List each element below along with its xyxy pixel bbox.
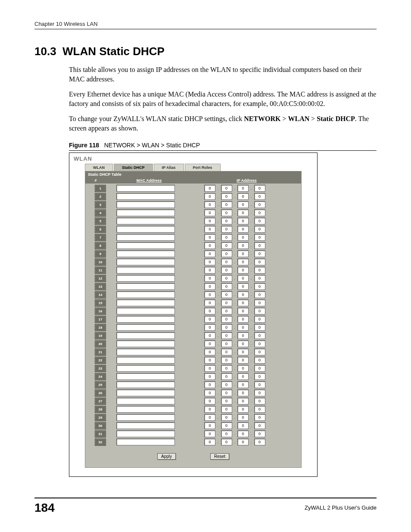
ip-octet-input[interactable] [254, 250, 265, 257]
ip-octet-input[interactable] [254, 340, 265, 347]
ip-octet-input[interactable] [221, 258, 232, 265]
mac-address-input[interactable] [116, 185, 175, 192]
ip-octet-input[interactable] [237, 316, 249, 323]
ip-octet-input[interactable] [204, 185, 215, 192]
ip-octet-input[interactable] [221, 299, 232, 306]
ip-octet-input[interactable] [254, 226, 265, 233]
ip-octet-input[interactable] [237, 398, 249, 404]
ip-octet-input[interactable] [237, 291, 249, 298]
mac-address-input[interactable] [116, 258, 175, 265]
mac-address-input[interactable] [116, 340, 175, 347]
ip-octet-input[interactable] [254, 414, 265, 421]
mac-address-input[interactable] [116, 398, 175, 404]
ip-octet-input[interactable] [254, 258, 265, 265]
mac-address-input[interactable] [116, 308, 175, 314]
mac-address-input[interactable] [116, 357, 175, 364]
ip-octet-input[interactable] [221, 430, 232, 437]
ip-octet-input[interactable] [221, 201, 232, 208]
ip-octet-input[interactable] [221, 406, 232, 413]
ip-octet-input[interactable] [204, 299, 215, 306]
ip-octet-input[interactable] [254, 430, 265, 437]
ip-octet-input[interactable] [204, 324, 215, 331]
ip-octet-input[interactable] [204, 332, 215, 339]
ip-octet-input[interactable] [254, 365, 265, 372]
ip-octet-input[interactable] [254, 439, 265, 445]
ip-octet-input[interactable] [254, 193, 265, 200]
ip-octet-input[interactable] [204, 234, 215, 241]
mac-address-input[interactable] [116, 201, 175, 208]
ip-octet-input[interactable] [221, 291, 232, 298]
ip-octet-input[interactable] [237, 218, 249, 224]
ip-octet-input[interactable] [221, 193, 232, 200]
ip-octet-input[interactable] [221, 365, 232, 372]
ip-octet-input[interactable] [221, 283, 232, 290]
ip-octet-input[interactable] [254, 283, 265, 290]
ip-octet-input[interactable] [237, 234, 249, 241]
ip-octet-input[interactable] [237, 242, 249, 249]
ip-octet-input[interactable] [204, 316, 215, 323]
ip-octet-input[interactable] [254, 275, 265, 282]
ip-octet-input[interactable] [204, 193, 215, 200]
ip-octet-input[interactable] [237, 250, 249, 257]
ip-octet-input[interactable] [254, 201, 265, 208]
ip-octet-input[interactable] [221, 340, 232, 347]
ip-octet-input[interactable] [221, 234, 232, 241]
ip-octet-input[interactable] [221, 209, 232, 216]
ip-octet-input[interactable] [204, 209, 215, 216]
ip-octet-input[interactable] [221, 439, 232, 445]
ip-octet-input[interactable] [221, 414, 232, 421]
ip-octet-input[interactable] [237, 308, 249, 314]
ip-octet-input[interactable] [204, 348, 215, 355]
mac-address-input[interactable] [116, 193, 175, 200]
apply-button[interactable]: Apply [157, 453, 176, 460]
ip-octet-input[interactable] [254, 242, 265, 249]
ip-octet-input[interactable] [204, 365, 215, 372]
mac-address-input[interactable] [116, 439, 175, 445]
ip-octet-input[interactable] [237, 209, 249, 216]
ip-octet-input[interactable] [221, 316, 232, 323]
mac-address-input[interactable] [116, 242, 175, 249]
ip-octet-input[interactable] [254, 406, 265, 413]
ip-octet-input[interactable] [254, 348, 265, 355]
tab-port-roles[interactable]: Port Roles [185, 164, 221, 171]
ip-octet-input[interactable] [237, 430, 249, 437]
mac-address-input[interactable] [116, 316, 175, 323]
mac-address-input[interactable] [116, 283, 175, 290]
ip-octet-input[interactable] [237, 406, 249, 413]
ip-octet-input[interactable] [221, 348, 232, 355]
ip-octet-input[interactable] [204, 267, 215, 274]
ip-octet-input[interactable] [204, 340, 215, 347]
ip-octet-input[interactable] [237, 258, 249, 265]
ip-octet-input[interactable] [254, 218, 265, 224]
mac-address-input[interactable] [116, 332, 175, 339]
ip-octet-input[interactable] [254, 381, 265, 388]
ip-octet-input[interactable] [237, 357, 249, 364]
ip-octet-input[interactable] [237, 299, 249, 306]
ip-octet-input[interactable] [221, 250, 232, 257]
tab-static-dhcp[interactable]: Static DHCP [114, 164, 153, 171]
ip-octet-input[interactable] [237, 275, 249, 282]
ip-octet-input[interactable] [204, 430, 215, 437]
ip-octet-input[interactable] [221, 226, 232, 233]
ip-octet-input[interactable] [204, 308, 215, 314]
ip-octet-input[interactable] [254, 234, 265, 241]
ip-octet-input[interactable] [204, 291, 215, 298]
ip-octet-input[interactable] [254, 209, 265, 216]
mac-address-input[interactable] [116, 381, 175, 388]
ip-octet-input[interactable] [237, 340, 249, 347]
ip-octet-input[interactable] [221, 332, 232, 339]
ip-octet-input[interactable] [204, 381, 215, 388]
ip-octet-input[interactable] [204, 226, 215, 233]
ip-octet-input[interactable] [254, 324, 265, 331]
ip-octet-input[interactable] [237, 381, 249, 388]
ip-octet-input[interactable] [204, 389, 215, 396]
ip-octet-input[interactable] [237, 267, 249, 274]
ip-octet-input[interactable] [204, 250, 215, 257]
ip-octet-input[interactable] [204, 218, 215, 224]
ip-octet-input[interactable] [221, 275, 232, 282]
ip-octet-input[interactable] [221, 357, 232, 364]
ip-octet-input[interactable] [237, 332, 249, 339]
mac-address-input[interactable] [116, 250, 175, 257]
ip-octet-input[interactable] [237, 226, 249, 233]
mac-address-input[interactable] [116, 299, 175, 306]
